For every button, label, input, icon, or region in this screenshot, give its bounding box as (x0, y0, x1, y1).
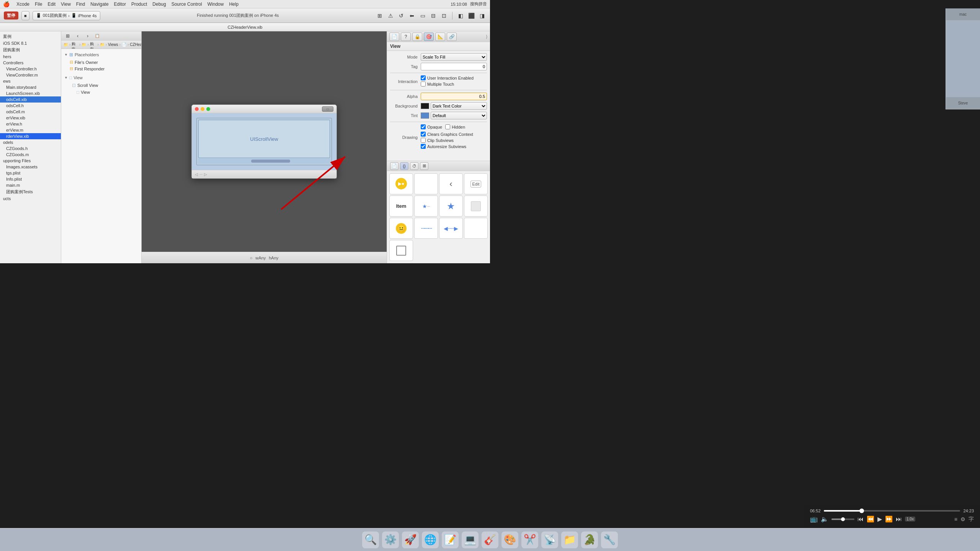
menu-window[interactable]: Window (207, 2, 224, 7)
sidebar-item-tests[interactable]: 团购案例Tests (0, 188, 61, 196)
comp-star-button[interactable]: ★ (439, 196, 463, 217)
mode-control[interactable]: Scale To Fill (421, 53, 487, 61)
comp-tab-file[interactable]: 📄 (390, 162, 399, 170)
inspector-tab-attributes[interactable]: 🎯 (424, 33, 434, 41)
tint-control[interactable]: Default (421, 112, 487, 119)
inspector-tab-size[interactable]: 📐 (435, 33, 445, 41)
maximize-button[interactable] (206, 107, 210, 111)
sidebar-item-tgsplist[interactable]: tgs.plist (0, 170, 61, 176)
comp-empty3[interactable] (464, 218, 488, 239)
breadcrumb-item-1[interactable]: 001团购案例 (72, 41, 78, 49)
mode-select[interactable]: Scale To Fill (421, 53, 487, 61)
opaque-checkbox[interactable] (421, 124, 426, 129)
version-editor-icon[interactable]: ⊡ (440, 11, 448, 20)
background-color-select[interactable]: Dark Text Color (431, 102, 487, 110)
assistant-editor-icon[interactable]: ⊟ (429, 11, 438, 20)
sidebar-item-goodscellh[interactable]: odsCell.h (0, 103, 61, 109)
sidebar-item-odels[interactable]: odels (0, 139, 61, 145)
standard-editor-icon[interactable]: ▭ (418, 11, 427, 20)
menu-debug[interactable]: Debug (152, 2, 166, 7)
size-btn[interactable]: □ (322, 106, 333, 112)
back-icon[interactable]: ⬅ (408, 11, 416, 20)
sidebar-item-ews[interactable]: ews (0, 78, 61, 84)
sidebar-item-ucts[interactable]: ucts (0, 196, 61, 202)
comp-empty1[interactable] (414, 173, 438, 194)
hidden-checkbox[interactable] (445, 124, 450, 129)
inspector-forward-icon[interactable]: ⟩ (486, 34, 488, 39)
scheme-selector[interactable]: 📱 001团购案例 › 📱 iPhone 4s (33, 11, 100, 20)
breadcrumb-item-2[interactable]: 📁 (82, 42, 86, 47)
comp-tab-clock[interactable]: ⏱ (410, 162, 418, 170)
menu-help[interactable]: Help (229, 2, 238, 7)
inner-view-item[interactable]: □ View (61, 89, 141, 96)
comp-edit-button[interactable]: Edit (464, 173, 488, 194)
comp-dashes2[interactable]: ◀┄┄▶ (439, 218, 463, 239)
menu-view[interactable]: View (61, 2, 71, 7)
autoresize-subviews-checkbox[interactable] (421, 144, 426, 149)
sidebar-item-infoplist[interactable]: Info.plist (0, 176, 61, 182)
navigator-toggle-icon[interactable]: ◧ (456, 11, 465, 20)
sidebar-item-erview-xib[interactable]: erView.xib (0, 115, 61, 121)
comp-star-more[interactable]: ★ ··· (414, 196, 438, 217)
warning-icon[interactable]: ⚠ (386, 11, 395, 20)
breadcrumb-item-6[interactable]: 📄 (122, 42, 126, 47)
tag-control[interactable] (421, 63, 487, 70)
sidebar-item-goodscellm[interactable]: odsCell.m (0, 109, 61, 115)
comp-item-button[interactable]: Item (389, 196, 413, 217)
sidebar-item-supporting[interactable]: upporting Files (0, 158, 61, 164)
sidebar-item-launchscreen[interactable]: LaunchScreen.xib (0, 90, 61, 96)
tag-input[interactable] (421, 63, 487, 70)
comp-empty2[interactable] (464, 196, 488, 217)
sidebar-item-czgoodsm[interactable]: CZGoods.m (0, 152, 61, 158)
menu-xcode[interactable]: Xcode (16, 2, 29, 7)
sidebar-item-erviewh[interactable]: erView.h (0, 121, 61, 127)
menu-product[interactable]: Product (131, 2, 147, 7)
clip-subviews-checkbox[interactable] (421, 138, 426, 143)
view-item[interactable]: ▼ □ View (61, 73, 141, 82)
files-owner-item[interactable]: ⊟ File's Owner (61, 59, 141, 65)
clears-graphics-checkbox[interactable] (421, 132, 426, 137)
menu-file[interactable]: File (35, 2, 42, 7)
first-responder-item[interactable]: ⊟ First Responder (61, 65, 141, 72)
breadcrumb-item-5[interactable]: Views (108, 42, 118, 47)
tint-color-swatch[interactable] (421, 112, 429, 119)
comp-tab-code[interactable]: {} (400, 162, 408, 170)
inspector-tab-help[interactable]: ? (401, 33, 411, 41)
inspector-tab-identity[interactable]: 🔒 (412, 33, 422, 41)
sidebar-item-goodscell-xib[interactable]: odsCell.xib (0, 96, 61, 103)
comp-tab-grid[interactable]: ⊞ (420, 162, 428, 170)
sidebar-item-viewcontrollerm[interactable]: ViewController.m (0, 72, 61, 78)
inspector-tab-connections[interactable]: 🔗 (447, 33, 457, 41)
sidebar-item-1[interactable]: iOS SDK 8.1 (0, 40, 61, 46)
tint-color-select[interactable]: Default (431, 112, 487, 119)
horizontal-scrollbar[interactable] (198, 159, 330, 163)
background-control[interactable]: Dark Text Color (421, 102, 487, 110)
inspector-tab-file[interactable]: 📄 (389, 33, 399, 41)
breadcrumb-item-4[interactable]: 📁 (100, 42, 105, 47)
sidebar-item-controllers[interactable]: Controllers (0, 60, 61, 66)
sidebar-item-erviewm[interactable]: erView.m (0, 127, 61, 133)
menu-edit[interactable]: Edit (47, 2, 56, 7)
stop-button[interactable]: 暂停 (4, 11, 18, 20)
sidebar-item-mainm[interactable]: main.m (0, 182, 61, 188)
nav-back-btn[interactable]: ‹ (74, 32, 82, 40)
nav-forward-btn[interactable]: › (83, 32, 92, 40)
background-color-swatch[interactable] (421, 103, 429, 109)
scroll-view-container[interactable]: UIScrollView (196, 118, 332, 165)
breadcrumb-item-3[interactable]: 001团购案例 (90, 41, 96, 49)
multiple-touch-checkbox[interactable] (421, 82, 426, 86)
minimize-button[interactable] (201, 107, 204, 111)
sidebar-item-mainstoryboard[interactable]: Main.storyboard (0, 84, 61, 90)
menu-navigate[interactable]: Navigate (90, 2, 108, 7)
comp-face-button[interactable]: 😐 (389, 218, 413, 239)
canvas-content[interactable]: □ UIScrollView ◁ ··· ▷ (142, 31, 387, 252)
menu-editor[interactable]: Editor (114, 2, 126, 7)
alpha-input[interactable] (421, 93, 487, 100)
refresh-icon[interactable]: ↺ (397, 11, 405, 20)
sidebar-item-czgoodsh[interactable]: CZGoods.h (0, 145, 61, 152)
comp-dashes1[interactable]: ┄┄┄ (414, 218, 438, 239)
alpha-control[interactable] (421, 93, 487, 100)
sidebar-item-2[interactable]: 团购案例 (0, 46, 61, 54)
menu-source-control[interactable]: Source Control (172, 2, 202, 7)
sidebar-item-hers[interactable]: hers (0, 54, 61, 60)
